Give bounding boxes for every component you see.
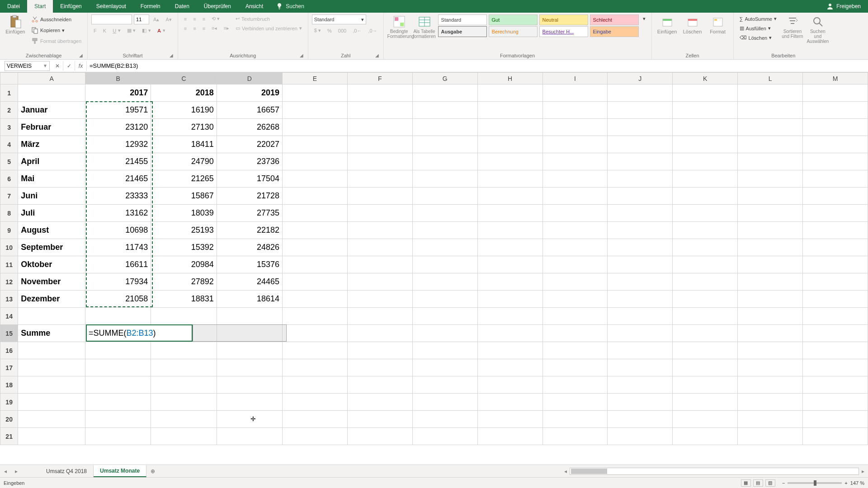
zoom-thumb[interactable] [814, 480, 816, 486]
cell-E3[interactable] [283, 119, 348, 136]
cut-button[interactable]: Ausschneiden [29, 14, 84, 24]
cell-J16[interactable] [608, 342, 673, 359]
zoom-slider[interactable] [788, 482, 842, 484]
cell-B10[interactable]: 11743 [85, 239, 151, 256]
cell-F6[interactable] [347, 170, 412, 188]
dec-decimal-button[interactable]: ,0→ [366, 27, 379, 35]
cell-L15[interactable] [738, 325, 803, 342]
cell-M17[interactable] [802, 359, 868, 376]
cell-A2[interactable]: Januar [18, 102, 85, 119]
tab-daten[interactable]: Daten [168, 0, 197, 13]
cell-D14[interactable] [217, 308, 282, 325]
cell-L4[interactable] [738, 136, 803, 153]
cell-D21[interactable] [217, 428, 282, 445]
cell-I12[interactable] [542, 273, 608, 291]
cell-L14[interactable] [738, 308, 803, 325]
cell-H18[interactable] [477, 376, 542, 394]
cell-E9[interactable] [283, 222, 348, 239]
cell-K7[interactable] [673, 188, 738, 205]
cell-A14[interactable] [18, 308, 85, 325]
cell-B16[interactable] [85, 342, 151, 359]
increase-font-button[interactable]: A▴ [151, 15, 161, 24]
cell-F11[interactable] [347, 256, 412, 273]
thousands-button[interactable]: 000 [336, 27, 349, 35]
cell-L12[interactable] [738, 273, 803, 291]
cell-A7[interactable]: Juni [18, 188, 85, 205]
cell-F15[interactable] [347, 325, 412, 342]
cell-A4[interactable]: März [18, 136, 85, 153]
zoom-out-button[interactable]: − [782, 480, 785, 486]
row-header-2[interactable]: 2 [0, 102, 18, 119]
cell-B1[interactable]: 2017 [85, 84, 151, 102]
cell-F13[interactable] [347, 291, 412, 308]
insert-cells-button[interactable]: Einfügen [656, 14, 679, 34]
cell-G3[interactable] [412, 119, 477, 136]
cell-D1[interactable]: 2019 [217, 84, 282, 102]
cell-J3[interactable] [608, 119, 673, 136]
row-header-12[interactable]: 12 [0, 273, 18, 291]
formula-input[interactable]: =SUMME(B2:B13) [87, 62, 868, 69]
cell-G19[interactable] [412, 394, 477, 411]
cell-G10[interactable] [412, 239, 477, 256]
col-header-B[interactable]: B [85, 73, 151, 84]
cell-B6[interactable]: 21465 [85, 170, 151, 188]
col-header-A[interactable]: A [18, 73, 85, 84]
cell-K16[interactable] [673, 342, 738, 359]
cell-C13[interactable]: 18831 [151, 291, 217, 308]
cell-E14[interactable] [283, 308, 348, 325]
zoom-value[interactable]: 147 % [850, 480, 864, 486]
sort-filter-button[interactable]: Sortieren und Filtern [781, 14, 804, 39]
row-header-16[interactable]: 16 [0, 342, 18, 359]
format-cells-button[interactable]: Format [706, 14, 730, 34]
confirm-formula-button[interactable]: ✓ [63, 61, 75, 71]
cell-D3[interactable]: 26268 [217, 119, 282, 136]
cell-D16[interactable] [217, 342, 282, 359]
cell-E12[interactable] [283, 273, 348, 291]
cell-M3[interactable] [802, 119, 868, 136]
cell-K21[interactable] [673, 428, 738, 445]
cell-L17[interactable] [738, 359, 803, 376]
font-size-input[interactable] [134, 14, 149, 24]
fill-button[interactable]: ▥Ausfüllen ▾ [737, 24, 779, 33]
cell-B8[interactable]: 13162 [85, 205, 151, 222]
col-header-L[interactable]: L [738, 73, 803, 84]
style-standard[interactable]: Standard [438, 14, 487, 25]
view-page-break-button[interactable]: ▧ [765, 479, 775, 487]
format-painter-button[interactable]: Format übertragen [29, 36, 84, 46]
cell-G2[interactable] [412, 102, 477, 119]
cell-C9[interactable]: 25193 [151, 222, 217, 239]
font-name-input[interactable] [91, 14, 132, 24]
inc-decimal-button[interactable]: ,0← [350, 27, 364, 35]
cell-E10[interactable] [283, 239, 348, 256]
cell-I14[interactable] [542, 308, 608, 325]
cell-H9[interactable] [477, 222, 542, 239]
add-sheet-button[interactable]: ⊕ [146, 468, 159, 474]
cell-E2[interactable] [283, 102, 348, 119]
cell-D7[interactable]: 21728 [217, 188, 282, 205]
share-button[interactable]: Freigeben [819, 3, 868, 10]
style-schlecht[interactable]: Schlecht [590, 14, 639, 25]
cell-K19[interactable] [673, 394, 738, 411]
tab-seitenlayout[interactable]: Seitenlayout [89, 0, 133, 13]
cell-B14[interactable] [85, 308, 151, 325]
cell-H11[interactable] [477, 256, 542, 273]
cell-I8[interactable] [542, 205, 608, 222]
cell-L18[interactable] [738, 376, 803, 394]
cell-J14[interactable] [608, 308, 673, 325]
font-launcher-icon[interactable]: ◢ [169, 53, 174, 58]
row-header-18[interactable]: 18 [0, 376, 18, 394]
cell-B9[interactable]: 10698 [85, 222, 151, 239]
cell-H14[interactable] [477, 308, 542, 325]
cell-C3[interactable]: 27130 [151, 119, 217, 136]
col-header-E[interactable]: E [283, 73, 348, 84]
cell-G9[interactable] [412, 222, 477, 239]
number-launcher-icon[interactable]: ◢ [374, 53, 380, 58]
cell-G4[interactable] [412, 136, 477, 153]
find-select-button[interactable]: Suchen und Auswählen [806, 14, 830, 44]
cell-L11[interactable] [738, 256, 803, 273]
hscroll-left-icon[interactable]: ◂ [564, 468, 567, 474]
cell-M2[interactable] [802, 102, 868, 119]
cell-J10[interactable] [608, 239, 673, 256]
cell-C21[interactable] [151, 428, 217, 445]
cell-M6[interactable] [802, 170, 868, 188]
